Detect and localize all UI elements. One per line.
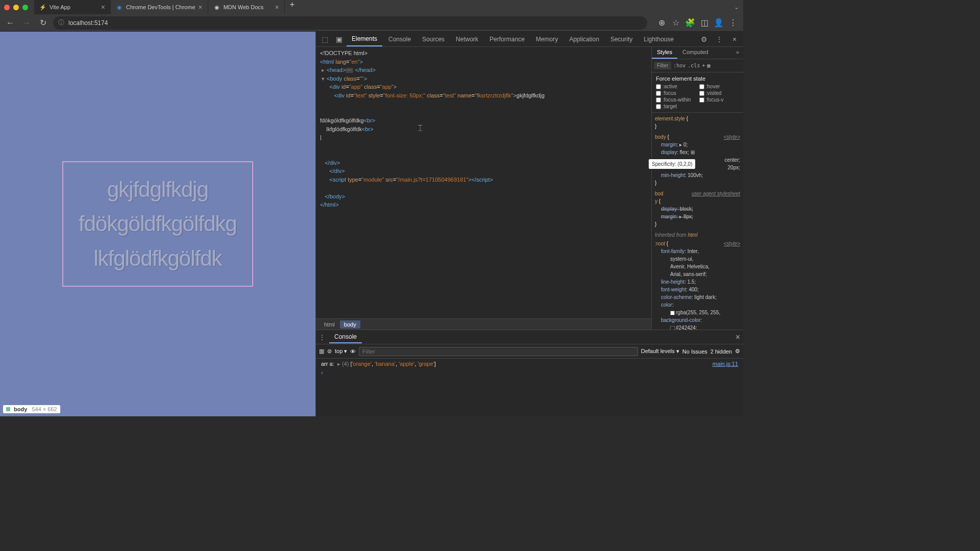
crumb-html[interactable]: html	[320, 320, 339, 329]
hidden-count[interactable]: 2 hidden	[710, 348, 732, 355]
more-icon[interactable]: ⋮	[713, 33, 726, 46]
state-focus[interactable]: :focus	[656, 90, 696, 96]
page-viewport[interactable]: gkjfdglfkdjg fdökgöldfkgölfdkg lkfglödfk…	[0, 32, 315, 416]
hover-tag: body	[14, 406, 27, 412]
clear-console-icon[interactable]: ⊘	[327, 348, 332, 355]
page-text-line: gkjfdglfkdjg	[79, 172, 237, 207]
close-window-icon[interactable]	[4, 5, 10, 10]
specificity-tooltip: Specificity: (0,2,0)	[652, 159, 695, 169]
live-expression-icon[interactable]: 👁	[350, 348, 356, 355]
browser-tabs: ⚡ Vite App × ◉ Chrome DevTools | Chrome …	[34, 0, 734, 14]
tab-network[interactable]: Network	[451, 33, 483, 46]
extensions-icon[interactable]: 🧩	[684, 17, 696, 29]
tab-computed[interactable]: Computed	[677, 47, 714, 59]
bookmark-icon[interactable]: ☆	[670, 17, 682, 29]
close-tab-icon[interactable]: ×	[275, 3, 279, 11]
new-style-icon[interactable]: +	[702, 63, 705, 68]
new-tab-button[interactable]: +	[285, 0, 300, 14]
log-message: arr a: ▸ (4) ['orange', 'banana', 'apple…	[321, 361, 436, 367]
console-menu-icon[interactable]: ⋮	[319, 334, 325, 341]
profile-icon[interactable]: 👤	[713, 17, 725, 29]
tab-application[interactable]: Application	[564, 33, 604, 46]
tab-title: MDN Web Docs	[224, 4, 264, 10]
console-settings-icon[interactable]: ⚙	[735, 348, 740, 355]
issues-badge[interactable]: No Issues	[682, 348, 707, 355]
state-active[interactable]: :active	[656, 84, 696, 89]
devtools-panel: ⬚ ▣ Elements Console Sources Network Per…	[315, 32, 743, 416]
traffic-lights	[4, 5, 28, 10]
tab-mdn[interactable]: ◉ MDN Web Docs ×	[208, 0, 285, 14]
device-toggle-icon[interactable]: ▣	[332, 33, 346, 46]
mdn-favicon-icon: ◉	[213, 4, 220, 11]
cls-toggle[interactable]: .cls	[688, 63, 700, 68]
menu-icon[interactable]: ⋮	[727, 17, 739, 29]
element-hover-tooltip: body 544 × 662	[3, 405, 60, 413]
tab-lighthouse[interactable]: Lighthouse	[639, 33, 679, 46]
site-info-icon[interactable]: ⓘ	[58, 18, 64, 27]
highlighted-element: gkjfdglfkdjg fdökgöldfkgölfdkg lkfglödfk…	[62, 161, 253, 287]
tab-elements[interactable]: Elements	[347, 32, 382, 46]
tab-console-drawer[interactable]: Console	[329, 331, 362, 343]
address-bar[interactable]: ⓘ localhost:5174	[53, 16, 647, 30]
tab-memory[interactable]: Memory	[531, 33, 563, 46]
breadcrumb: html body	[316, 318, 651, 330]
elements-panel: <!DOCTYPE html> <html lang="en"> ▸<head>…	[316, 47, 651, 330]
console-filter-input[interactable]	[359, 347, 638, 356]
color-swatch-icon	[6, 407, 10, 411]
devtools-tabs: ⬚ ▣ Elements Console Sources Network Per…	[316, 32, 743, 47]
tab-console[interactable]: Console	[383, 33, 416, 46]
state-focus-visible[interactable]: :focus-v	[699, 97, 740, 103]
tab-title: Chrome DevTools | Chrome	[126, 4, 195, 10]
state-visited[interactable]: :visited	[699, 90, 740, 96]
crumb-body[interactable]: body	[340, 320, 360, 329]
window-titlebar: ⚡ Vite App × ◉ Chrome DevTools | Chrome …	[0, 0, 743, 14]
tab-sources[interactable]: Sources	[417, 33, 450, 46]
tab-title: Vite App	[50, 4, 70, 10]
styles-filter-input[interactable]: Filter	[654, 62, 671, 69]
log-levels-selector[interactable]: Default levels ▾	[641, 348, 679, 355]
back-button[interactable]: ←	[4, 17, 16, 29]
url-text: localhost:5174	[68, 19, 108, 27]
chrome-favicon-icon: ◉	[116, 4, 123, 11]
reload-button[interactable]: ↻	[37, 17, 49, 29]
sidebar-toggle-icon[interactable]: ▥	[319, 348, 324, 355]
log-source-link[interactable]: main.js:11	[713, 361, 738, 367]
dom-tree[interactable]: <!DOCTYPE html> <html lang="en"> ▸<head>…	[316, 47, 651, 318]
state-hover[interactable]: :hover	[699, 84, 740, 89]
settings-icon[interactable]: ⚙	[697, 33, 710, 46]
hov-toggle[interactable]: :hov	[673, 63, 685, 68]
tab-devtools-docs[interactable]: ◉ Chrome DevTools | Chrome ×	[111, 0, 208, 14]
page-text-line: lkfglödfkgölfdk	[79, 241, 237, 276]
forward-button[interactable]: →	[20, 17, 33, 29]
chevron-down-icon[interactable]: ⌄	[734, 4, 739, 11]
tab-styles[interactable]: Styles	[652, 47, 677, 59]
inspect-element-icon[interactable]: ⬚	[318, 33, 331, 46]
close-devtools-icon[interactable]: ×	[728, 33, 741, 46]
console-prompt[interactable]: ›	[321, 369, 738, 375]
sidepanel-icon[interactable]: ◫	[698, 17, 710, 29]
vite-favicon-icon: ⚡	[39, 4, 46, 11]
computed-toggle-icon[interactable]: ▦	[707, 63, 710, 68]
state-target[interactable]: :target	[656, 104, 696, 109]
browser-toolbar: ← → ↻ ⓘ localhost:5174 ⊕ ☆ 🧩 ◫ 👤 ⋮	[0, 14, 743, 32]
css-rules[interactable]: element.style { } body {<style> margin: …	[652, 113, 743, 330]
tab-performance[interactable]: Performance	[484, 33, 530, 46]
close-tab-icon[interactable]: ×	[101, 3, 105, 11]
text-cursor-icon: ⌶	[418, 122, 422, 133]
state-focus-within[interactable]: :focus-within	[656, 97, 696, 103]
page-text-line: fdökgöldfkgölfdkg	[79, 207, 237, 241]
zoom-icon[interactable]: ⊕	[655, 17, 668, 29]
console-drawer: ⋮ Console × ▥ ⊘ top ▾ 👁 Default levels ▾…	[316, 330, 743, 416]
more-tabs-icon[interactable]: »	[732, 47, 743, 59]
console-output[interactable]: arr a: ▸ (4) ['orange', 'banana', 'apple…	[316, 359, 743, 416]
minimize-window-icon[interactable]	[13, 5, 19, 10]
force-state-label: Force element state	[656, 76, 739, 82]
window-controls: ⌄	[734, 4, 739, 11]
close-drawer-icon[interactable]: ×	[736, 333, 740, 342]
tab-security[interactable]: Security	[605, 33, 638, 46]
maximize-window-icon[interactable]	[22, 5, 28, 10]
close-tab-icon[interactable]: ×	[199, 3, 203, 11]
styles-sidebar: Styles Computed » Filter :hov .cls + ▦ F…	[651, 47, 743, 330]
context-selector[interactable]: top ▾	[335, 348, 347, 355]
tab-vite-app[interactable]: ⚡ Vite App ×	[34, 0, 111, 14]
